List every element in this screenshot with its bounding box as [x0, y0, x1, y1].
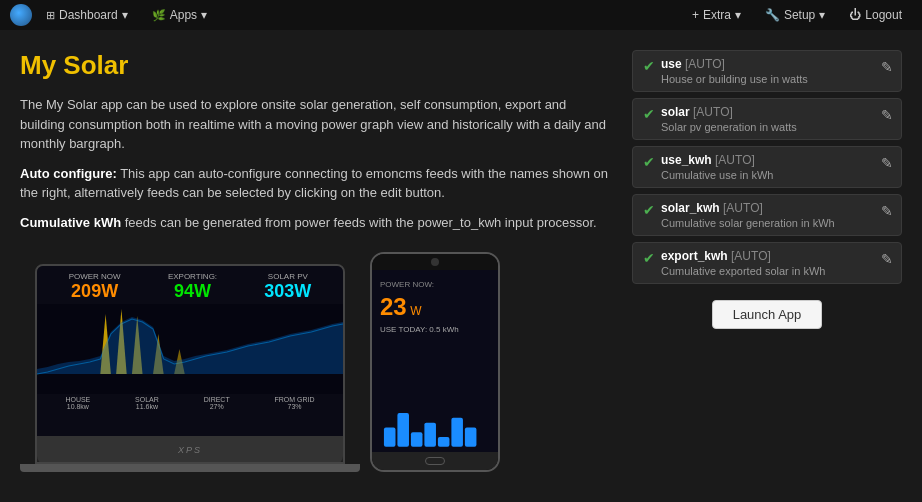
export-kwh-edit-icon[interactable]: ✎	[881, 251, 893, 267]
phone-graph-svg	[382, 378, 488, 448]
nav-dashboard[interactable]: ⊞ Dashboard ▾	[36, 0, 138, 30]
svg-rect-10	[438, 437, 450, 447]
svg-rect-9	[424, 423, 436, 447]
solar-pv-val: 303W	[264, 281, 311, 302]
phone-screen: POWER NOW: 23 W USE TODAY: 0.5 kWh	[372, 270, 498, 452]
use-title: use [AUTO]	[661, 57, 891, 71]
phone-use-today: USE TODAY: 0.5 kWh	[380, 325, 490, 334]
svg-rect-12	[465, 427, 477, 446]
solar-kwh-title: solar_kwh [AUTO]	[661, 201, 891, 215]
nav-logout[interactable]: ⏻ Logout	[839, 0, 912, 30]
setup-label: Setup	[784, 8, 815, 22]
phone-unit: W	[410, 304, 421, 318]
phone-camera	[431, 258, 439, 266]
use-kwh-desc: Cumulative use in kWh	[661, 169, 891, 181]
description-3-text: feeds can be generated from power feeds …	[125, 215, 597, 230]
direct-stat: DIRECT27%	[204, 396, 230, 410]
description-3-label: Cumulative kWh	[20, 215, 121, 230]
nav-setup[interactable]: 🔧 Setup ▾	[755, 0, 835, 30]
navbar-left: ⊞ Dashboard ▾ 🌿 Apps ▾	[10, 0, 217, 30]
feed-item-export-kwh: ✔ export_kwh [AUTO] Cumulative exported …	[632, 242, 902, 284]
solar-stat: SOLAR11.6kw	[135, 396, 159, 410]
laptop-footer: HOUSE10.8kw SOLAR11.6kw DIRECT27% FROM G…	[37, 394, 343, 412]
export-kwh-check-icon: ✔	[643, 250, 655, 266]
solar-kwh-edit-icon[interactable]: ✎	[881, 203, 893, 219]
house-stat: HOUSE10.8kw	[65, 396, 90, 410]
use-kwh-title: use_kwh [AUTO]	[661, 153, 891, 167]
exporting-val: 94W	[168, 281, 217, 302]
use-kwh-tag: [AUTO]	[715, 153, 755, 167]
laptop-power-bars: POWER NOW 209W EXPORTING: 94W SOLAR PV 3…	[37, 266, 343, 304]
use-desc: House or building use in watts	[661, 73, 891, 85]
svg-rect-8	[411, 432, 423, 446]
phone-power-now-label: POWER NOW:	[380, 280, 490, 289]
laptop-wrapper: POWER NOW 209W EXPORTING: 94W SOLAR PV 3…	[20, 264, 360, 472]
laptop-base: XPS	[37, 436, 343, 464]
use-tag: [AUTO]	[685, 57, 725, 71]
solar-pv-label: SOLAR PV	[264, 272, 311, 281]
svg-rect-7	[397, 413, 409, 447]
power-now-label: POWER NOW	[69, 272, 121, 281]
solar-pv-section: SOLAR PV 303W	[264, 272, 311, 302]
dashboard-label: Dashboard	[59, 8, 118, 22]
svg-rect-6	[384, 427, 396, 446]
description-2: Auto configure: This app can auto-config…	[20, 164, 612, 203]
launch-btn-wrap: Launch App	[632, 300, 902, 329]
power-now-val: 209W	[69, 281, 121, 302]
content-left: My Solar The My Solar app can be used to…	[20, 50, 612, 472]
setup-icon: 🔧	[765, 8, 780, 22]
phone-bottom	[372, 452, 498, 470]
nav-extra[interactable]: + Extra ▾	[682, 0, 751, 30]
power-now-section: POWER NOW 209W	[69, 272, 121, 302]
use-kwh-edit-icon[interactable]: ✎	[881, 155, 893, 171]
use-kwh-content: use_kwh [AUTO] Cumulative use in kWh	[661, 153, 891, 181]
exporting-label: EXPORTING:	[168, 272, 217, 281]
solar-content: solar [AUTO] Solar pv generation in watt…	[661, 105, 891, 133]
description-2-label: Auto configure:	[20, 166, 117, 181]
main-content: My Solar The My Solar app can be used to…	[0, 30, 922, 492]
exporting-section: EXPORTING: 94W	[168, 272, 217, 302]
phone-mockup: POWER NOW: 23 W USE TODAY: 0.5 kWh	[370, 252, 500, 472]
phone-home-button[interactable]	[425, 457, 445, 465]
export-kwh-tag: [AUTO]	[731, 249, 771, 263]
export-kwh-title: export_kwh [AUTO]	[661, 249, 891, 263]
feed-item-use-kwh: ✔ use_kwh [AUTO] Cumulative use in kWh ✎	[632, 146, 902, 188]
page-title: My Solar	[20, 50, 612, 81]
phone-top	[372, 254, 498, 270]
feed-item-solar: ✔ solar [AUTO] Solar pv generation in wa…	[632, 98, 902, 140]
logout-icon: ⏻	[849, 8, 861, 22]
feed-item-use: ✔ use [AUTO] House or building use in wa…	[632, 50, 902, 92]
phone-power-val-wrap: 23 W	[380, 293, 490, 321]
brand-logo	[10, 4, 32, 26]
laptop-bottom	[20, 464, 360, 472]
description-1: The My Solar app can be used to explore …	[20, 95, 612, 154]
extra-label: Extra	[703, 8, 731, 22]
export-kwh-content: export_kwh [AUTO] Cumulative exported so…	[661, 249, 891, 277]
navbar: ⊞ Dashboard ▾ 🌿 Apps ▾ + Extra ▾ 🔧 Setup…	[0, 0, 922, 30]
use-content: use [AUTO] House or building use in watt…	[661, 57, 891, 85]
use-edit-icon[interactable]: ✎	[881, 59, 893, 75]
launch-app-button[interactable]: Launch App	[712, 300, 823, 329]
extra-caret: ▾	[735, 8, 741, 22]
solar-kwh-desc: Cumulative solar generation in kWh	[661, 217, 891, 229]
laptop-graph-svg	[37, 304, 343, 384]
solar-check-icon: ✔	[643, 106, 655, 122]
description-3: Cumulative kWh feeds can be generated fr…	[20, 213, 612, 233]
nav-brand	[10, 4, 32, 26]
apps-label: Apps	[170, 8, 197, 22]
solar-edit-icon[interactable]: ✎	[881, 107, 893, 123]
solar-tag: [AUTO]	[693, 105, 733, 119]
laptop-graph	[37, 304, 343, 394]
laptop-brand: XPS	[178, 445, 202, 455]
phone-graph	[380, 344, 490, 448]
solar-kwh-check-icon: ✔	[643, 202, 655, 218]
nav-apps[interactable]: 🌿 Apps ▾	[142, 0, 217, 30]
navbar-right: + Extra ▾ 🔧 Setup ▾ ⏻ Logout	[682, 0, 912, 30]
svg-rect-11	[451, 418, 463, 447]
export-kwh-desc: Cumulative exported solar in kWh	[661, 265, 891, 277]
dashboard-caret: ▾	[122, 8, 128, 22]
extra-icon: +	[692, 8, 699, 22]
solar-kwh-tag: [AUTO]	[723, 201, 763, 215]
feed-item-solar-kwh: ✔ solar_kwh [AUTO] Cumulative solar gene…	[632, 194, 902, 236]
laptop-screen: POWER NOW 209W EXPORTING: 94W SOLAR PV 3…	[37, 266, 343, 436]
